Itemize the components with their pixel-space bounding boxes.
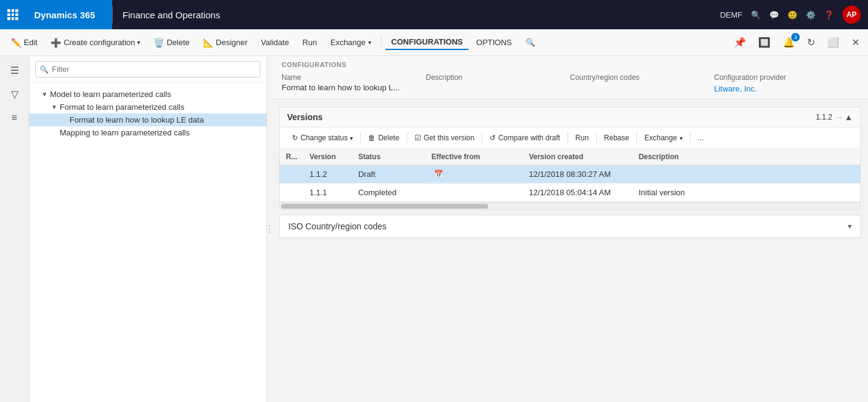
tree-content: ▼ Model to learn parameterized calls ▼ F… xyxy=(29,83,266,402)
config-provider-label: Configuration provider xyxy=(714,73,859,82)
search-nav-icon[interactable]: 🔍 xyxy=(751,10,761,20)
ver-trash-icon: 🗑 xyxy=(368,134,375,142)
tree-filter-input[interactable] xyxy=(35,61,260,77)
user-code: DEMF xyxy=(720,10,742,20)
change-status-icon: ↻ xyxy=(292,134,298,142)
get-this-version-button[interactable]: ☑ Get this version xyxy=(410,131,479,145)
calendar-icon-1[interactable]: 📅 xyxy=(434,170,443,178)
config-country-label: Country/region codes xyxy=(570,73,714,82)
trash-icon: 🗑️ xyxy=(154,38,164,48)
lines-icon[interactable]: ≡ xyxy=(8,109,21,127)
tree-label-format-parent: Format to learn parameterized calls xyxy=(60,102,261,112)
ver-sep-2 xyxy=(407,132,407,143)
hscroll-thumb[interactable] xyxy=(281,204,488,209)
table-row[interactable]: 1.1.2 Draft 📅 12/1/2018 08:30:27 AM xyxy=(280,165,860,184)
versions-header: Versions 1.1.2 -- ▲ xyxy=(280,107,860,127)
versions-table-body: 1.1.2 Draft 📅 12/1/2018 08:30:27 AM xyxy=(280,165,860,202)
iso-section: ISO Country/region codes ▾ xyxy=(279,215,861,238)
options-tab[interactable]: OPTIONS xyxy=(470,35,518,49)
smiley-icon[interactable]: 🙂 xyxy=(788,10,797,20)
pin-button[interactable]: 📌 xyxy=(730,34,750,51)
create-config-button[interactable]: ➕ Create configuration ▾ xyxy=(44,35,146,50)
apps-grid-icon[interactable] xyxy=(7,9,18,20)
refresh-button[interactable]: ↻ xyxy=(803,34,819,51)
tree-toggle-format-parent: ▼ xyxy=(51,104,60,110)
iso-header[interactable]: ISO Country/region codes ▾ xyxy=(280,215,860,237)
config-provider-col: Configuration provider Litware, Inc. xyxy=(714,73,859,94)
main-toolbar: ✏️ Edit ➕ Create configuration ▾ 🗑️ Dele… xyxy=(0,29,868,56)
rebase-button[interactable]: Rebase xyxy=(599,131,634,145)
exchange-button[interactable]: Exchange ▾ xyxy=(324,35,377,49)
tree-item-format-parent[interactable]: ▼ Format to learn parameterized calls xyxy=(29,101,266,113)
cell-r-2 xyxy=(280,184,304,202)
edit-icon: ✏️ xyxy=(11,38,21,48)
tree-search-icon: 🔍 xyxy=(40,65,49,74)
col-header-effective: Effective from xyxy=(425,149,523,165)
config-name-label: Name xyxy=(282,73,426,82)
top-navigation: Dynamics 365 Finance and Operations DEMF… xyxy=(0,0,868,29)
config-provider-link[interactable]: Litware, Inc. xyxy=(714,84,757,93)
designer-icon: 📐 xyxy=(203,38,213,48)
ver-run-button[interactable]: Run xyxy=(571,131,594,145)
delete-button[interactable]: 🗑️ Delete xyxy=(148,35,196,50)
close-button[interactable]: ✕ xyxy=(848,34,863,51)
notification-area[interactable]: 🔔 3 xyxy=(779,34,799,51)
horizontal-scrollbar[interactable] xyxy=(280,202,860,209)
plus-icon: ➕ xyxy=(51,38,61,48)
cell-created-2: 12/1/2018 05:04:14 AM xyxy=(523,184,633,202)
ver-sep-5 xyxy=(596,132,597,143)
cell-version-2: 1.1.1 xyxy=(304,184,352,202)
nav-right-area: DEMF 🔍 💬 🙂 ⚙️ ❓ AP xyxy=(720,5,868,24)
tree-label-root: Model to learn parameterized calls xyxy=(50,90,261,99)
ver-exchange-button[interactable]: Exchange ▾ xyxy=(639,131,687,145)
cell-r-1 xyxy=(280,165,304,184)
config-name-value: Format to learn how to lookup L... xyxy=(282,83,426,92)
help-icon[interactable]: ❓ xyxy=(824,10,834,20)
ver-sep-3 xyxy=(482,132,482,143)
settings-icon[interactable]: ⚙️ xyxy=(806,10,816,20)
iso-title: ISO Country/region codes xyxy=(288,221,848,231)
content-panel: CONFIGURATIONS Name Format to learn how … xyxy=(272,56,868,402)
col-header-status: Status xyxy=(352,149,425,165)
tree-item-format-child[interactable]: Format to learn how to lookup LE data xyxy=(29,113,266,126)
tree-item-root[interactable]: ▼ Model to learn parameterized calls xyxy=(29,88,266,101)
cell-effective-1[interactable]: 📅 xyxy=(425,165,523,183)
content-scroll: Versions 1.1.2 -- ▲ ↻ Change status ▾ xyxy=(272,99,868,402)
validate-button[interactable]: Validate xyxy=(255,35,295,49)
compare-with-draft-button[interactable]: ↺ Compare with draft xyxy=(485,131,564,145)
search-toolbar-icon: 🔍 xyxy=(525,38,535,47)
tree-search-area: 🔍 xyxy=(29,56,266,83)
tree-label-mapping: Mapping to learn parameterized calls xyxy=(60,128,261,137)
cell-desc-2: Initial version xyxy=(633,184,860,202)
configurations-tab[interactable]: CONFIGURATIONS xyxy=(385,35,469,50)
table-row[interactable]: 1.1.1 Completed 12/1/2018 05:04:14 AM In… xyxy=(280,184,860,202)
toolbar-search-btn[interactable]: 🔍 xyxy=(519,35,541,49)
chat-icon[interactable]: 💬 xyxy=(769,10,779,20)
versions-table-header-row: R... Version Status Effective from Versi… xyxy=(280,149,860,165)
change-status-button[interactable]: ↻ Change status ▾ xyxy=(287,131,358,145)
col-header-r: R... xyxy=(280,149,304,165)
config-desc-label: Description xyxy=(426,73,571,82)
run-button[interactable]: Run xyxy=(296,35,323,49)
office-button[interactable]: 🔲 xyxy=(755,34,774,51)
designer-button[interactable]: 📐 Designer xyxy=(197,35,254,50)
toolbar-separator xyxy=(381,35,382,50)
tree-panel: 🔍 ▼ Model to learn parameterized calls ▼… xyxy=(29,56,267,402)
tree-item-mapping[interactable]: Mapping to learn parameterized calls xyxy=(29,126,266,139)
ver-sep-4 xyxy=(567,132,568,143)
maximize-button[interactable]: ⬜ xyxy=(824,34,843,51)
dropdown-arrow: ▾ xyxy=(137,39,140,46)
col-header-created: Version created xyxy=(523,149,633,165)
ver-delete-button[interactable]: 🗑 Delete xyxy=(363,131,404,145)
hamburger-menu-icon[interactable]: ☰ xyxy=(7,61,23,80)
versions-table: R... Version Status Effective from Versi… xyxy=(280,149,860,202)
user-avatar[interactable]: AP xyxy=(842,5,861,24)
resize-handle[interactable] xyxy=(267,56,272,402)
cell-status-2: Completed xyxy=(352,184,425,202)
more-options-button[interactable]: ... xyxy=(693,131,709,145)
filter-sidebar-icon[interactable]: ▽ xyxy=(7,85,22,104)
edit-button[interactable]: ✏️ Edit xyxy=(5,35,43,50)
nav-brand-area: Dynamics 365 xyxy=(0,0,112,29)
versions-collapse-btn[interactable]: ▲ xyxy=(844,112,853,122)
ver-sep-7 xyxy=(690,132,691,143)
